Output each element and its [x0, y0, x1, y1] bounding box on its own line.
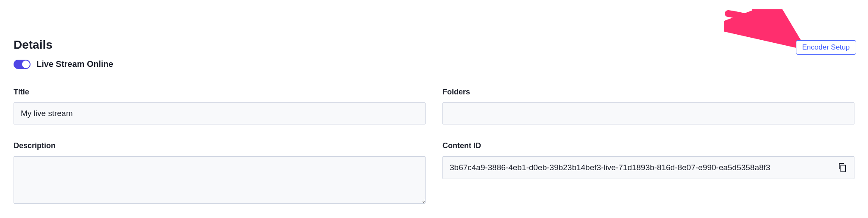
live-stream-toggle[interactable] — [14, 60, 31, 69]
content-id-box: 3b67c4a9-3886-4eb1-d0eb-39b23b14bef3-liv… — [442, 156, 854, 179]
title-label: Title — [14, 88, 426, 97]
toggle-knob — [22, 61, 30, 68]
description-label: Description — [14, 141, 426, 150]
folders-label: Folders — [442, 88, 854, 97]
copy-content-id-button[interactable] — [837, 163, 847, 173]
description-textarea[interactable] — [14, 156, 426, 204]
title-input[interactable] — [14, 102, 426, 124]
copy-icon — [837, 163, 847, 173]
section-title: Details — [14, 38, 53, 52]
content-id-value: 3b67c4a9-3886-4eb1-d0eb-39b23b14bef3-liv… — [450, 163, 832, 172]
details-section: Details Encoder Setup Live Stream Online… — [0, 0, 868, 218]
live-stream-toggle-label: Live Stream Online — [36, 59, 113, 69]
encoder-setup-button[interactable]: Encoder Setup — [796, 40, 856, 55]
content-id-label: Content ID — [442, 141, 854, 150]
folders-input[interactable] — [442, 102, 854, 124]
